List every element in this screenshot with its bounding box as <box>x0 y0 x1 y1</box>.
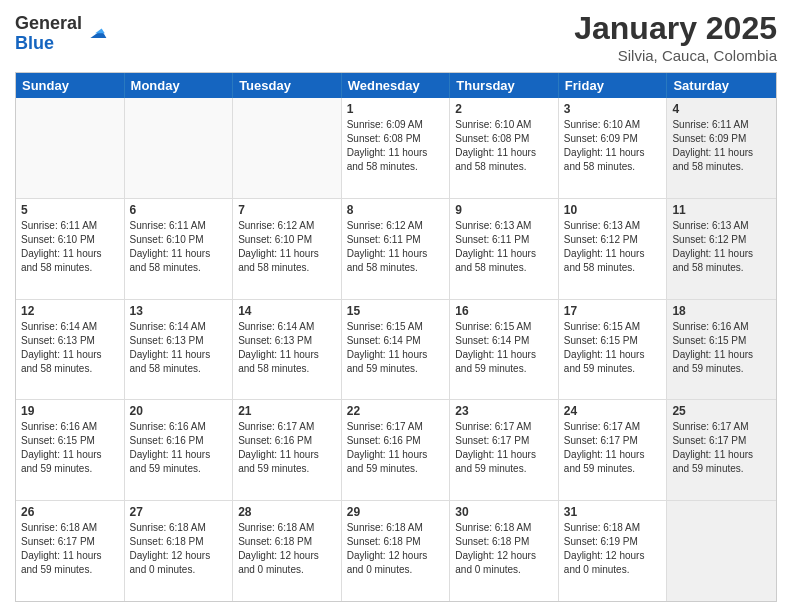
day-number: 9 <box>455 203 553 217</box>
day-info: Sunrise: 6:11 AM Sunset: 6:10 PM Dayligh… <box>21 219 119 275</box>
calendar-week-row: 12Sunrise: 6:14 AM Sunset: 6:13 PM Dayli… <box>16 299 776 400</box>
day-number: 11 <box>672 203 771 217</box>
calendar-cell: 20Sunrise: 6:16 AM Sunset: 6:16 PM Dayli… <box>125 400 234 500</box>
title-block: January 2025 Silvia, Cauca, Colombia <box>574 10 777 64</box>
day-info: Sunrise: 6:18 AM Sunset: 6:19 PM Dayligh… <box>564 521 662 577</box>
calendar-header-day: Saturday <box>667 73 776 98</box>
day-info: Sunrise: 6:16 AM Sunset: 6:15 PM Dayligh… <box>21 420 119 476</box>
calendar-cell: 12Sunrise: 6:14 AM Sunset: 6:13 PM Dayli… <box>16 300 125 400</box>
calendar-cell: 8Sunrise: 6:12 AM Sunset: 6:11 PM Daylig… <box>342 199 451 299</box>
day-number: 16 <box>455 304 553 318</box>
day-info: Sunrise: 6:13 AM Sunset: 6:12 PM Dayligh… <box>564 219 662 275</box>
calendar-cell: 30Sunrise: 6:18 AM Sunset: 6:18 PM Dayli… <box>450 501 559 601</box>
day-number: 13 <box>130 304 228 318</box>
calendar-cell: 26Sunrise: 6:18 AM Sunset: 6:17 PM Dayli… <box>16 501 125 601</box>
calendar-header-day: Friday <box>559 73 668 98</box>
calendar-header-day: Sunday <box>16 73 125 98</box>
calendar-header-day: Thursday <box>450 73 559 98</box>
logo: General Blue <box>15 14 108 54</box>
calendar-cell: 19Sunrise: 6:16 AM Sunset: 6:15 PM Dayli… <box>16 400 125 500</box>
calendar-body: 1Sunrise: 6:09 AM Sunset: 6:08 PM Daylig… <box>16 98 776 601</box>
calendar-cell <box>125 98 234 198</box>
day-info: Sunrise: 6:13 AM Sunset: 6:11 PM Dayligh… <box>455 219 553 275</box>
calendar-cell: 5Sunrise: 6:11 AM Sunset: 6:10 PM Daylig… <box>16 199 125 299</box>
calendar-header-day: Monday <box>125 73 234 98</box>
calendar-cell: 13Sunrise: 6:14 AM Sunset: 6:13 PM Dayli… <box>125 300 234 400</box>
day-info: Sunrise: 6:17 AM Sunset: 6:16 PM Dayligh… <box>347 420 445 476</box>
day-info: Sunrise: 6:10 AM Sunset: 6:09 PM Dayligh… <box>564 118 662 174</box>
day-number: 7 <box>238 203 336 217</box>
calendar-cell: 1Sunrise: 6:09 AM Sunset: 6:08 PM Daylig… <box>342 98 451 198</box>
calendar-cell: 2Sunrise: 6:10 AM Sunset: 6:08 PM Daylig… <box>450 98 559 198</box>
day-number: 21 <box>238 404 336 418</box>
day-info: Sunrise: 6:16 AM Sunset: 6:15 PM Dayligh… <box>672 320 771 376</box>
logo-text: General Blue <box>15 14 82 54</box>
day-info: Sunrise: 6:17 AM Sunset: 6:17 PM Dayligh… <box>564 420 662 476</box>
day-number: 14 <box>238 304 336 318</box>
calendar-cell: 17Sunrise: 6:15 AM Sunset: 6:15 PM Dayli… <box>559 300 668 400</box>
calendar-cell: 25Sunrise: 6:17 AM Sunset: 6:17 PM Dayli… <box>667 400 776 500</box>
logo-blue: Blue <box>15 34 82 54</box>
day-number: 25 <box>672 404 771 418</box>
calendar-cell: 29Sunrise: 6:18 AM Sunset: 6:18 PM Dayli… <box>342 501 451 601</box>
day-number: 8 <box>347 203 445 217</box>
calendar-cell: 6Sunrise: 6:11 AM Sunset: 6:10 PM Daylig… <box>125 199 234 299</box>
day-number: 20 <box>130 404 228 418</box>
calendar-cell: 15Sunrise: 6:15 AM Sunset: 6:14 PM Dayli… <box>342 300 451 400</box>
calendar-cell: 23Sunrise: 6:17 AM Sunset: 6:17 PM Dayli… <box>450 400 559 500</box>
day-info: Sunrise: 6:18 AM Sunset: 6:18 PM Dayligh… <box>347 521 445 577</box>
calendar-cell: 24Sunrise: 6:17 AM Sunset: 6:17 PM Dayli… <box>559 400 668 500</box>
day-number: 26 <box>21 505 119 519</box>
day-info: Sunrise: 6:13 AM Sunset: 6:12 PM Dayligh… <box>672 219 771 275</box>
day-info: Sunrise: 6:11 AM Sunset: 6:09 PM Dayligh… <box>672 118 771 174</box>
day-number: 19 <box>21 404 119 418</box>
calendar-cell: 3Sunrise: 6:10 AM Sunset: 6:09 PM Daylig… <box>559 98 668 198</box>
day-number: 1 <box>347 102 445 116</box>
month-title: January 2025 <box>574 10 777 47</box>
calendar-cell: 27Sunrise: 6:18 AM Sunset: 6:18 PM Dayli… <box>125 501 234 601</box>
logo-icon <box>84 22 108 46</box>
calendar-header-day: Wednesday <box>342 73 451 98</box>
calendar-cell: 14Sunrise: 6:14 AM Sunset: 6:13 PM Dayli… <box>233 300 342 400</box>
day-number: 23 <box>455 404 553 418</box>
calendar-cell: 31Sunrise: 6:18 AM Sunset: 6:19 PM Dayli… <box>559 501 668 601</box>
calendar-cell <box>233 98 342 198</box>
calendar: SundayMondayTuesdayWednesdayThursdayFrid… <box>15 72 777 602</box>
day-info: Sunrise: 6:18 AM Sunset: 6:18 PM Dayligh… <box>455 521 553 577</box>
day-info: Sunrise: 6:17 AM Sunset: 6:17 PM Dayligh… <box>455 420 553 476</box>
day-number: 22 <box>347 404 445 418</box>
day-info: Sunrise: 6:15 AM Sunset: 6:15 PM Dayligh… <box>564 320 662 376</box>
day-info: Sunrise: 6:18 AM Sunset: 6:17 PM Dayligh… <box>21 521 119 577</box>
day-number: 12 <box>21 304 119 318</box>
day-info: Sunrise: 6:09 AM Sunset: 6:08 PM Dayligh… <box>347 118 445 174</box>
calendar-header-day: Tuesday <box>233 73 342 98</box>
day-number: 18 <box>672 304 771 318</box>
calendar-week-row: 19Sunrise: 6:16 AM Sunset: 6:15 PM Dayli… <box>16 399 776 500</box>
calendar-cell <box>16 98 125 198</box>
header: General Blue January 2025 Silvia, Cauca,… <box>15 10 777 64</box>
day-number: 3 <box>564 102 662 116</box>
calendar-cell: 21Sunrise: 6:17 AM Sunset: 6:16 PM Dayli… <box>233 400 342 500</box>
day-info: Sunrise: 6:12 AM Sunset: 6:10 PM Dayligh… <box>238 219 336 275</box>
calendar-cell: 16Sunrise: 6:15 AM Sunset: 6:14 PM Dayli… <box>450 300 559 400</box>
day-info: Sunrise: 6:18 AM Sunset: 6:18 PM Dayligh… <box>238 521 336 577</box>
calendar-week-row: 1Sunrise: 6:09 AM Sunset: 6:08 PM Daylig… <box>16 98 776 198</box>
day-number: 24 <box>564 404 662 418</box>
day-info: Sunrise: 6:11 AM Sunset: 6:10 PM Dayligh… <box>130 219 228 275</box>
day-number: 28 <box>238 505 336 519</box>
day-info: Sunrise: 6:17 AM Sunset: 6:17 PM Dayligh… <box>672 420 771 476</box>
day-info: Sunrise: 6:18 AM Sunset: 6:18 PM Dayligh… <box>130 521 228 577</box>
calendar-cell <box>667 501 776 601</box>
svg-marker-1 <box>95 28 105 33</box>
subtitle: Silvia, Cauca, Colombia <box>574 47 777 64</box>
calendar-cell: 28Sunrise: 6:18 AM Sunset: 6:18 PM Dayli… <box>233 501 342 601</box>
calendar-cell: 9Sunrise: 6:13 AM Sunset: 6:11 PM Daylig… <box>450 199 559 299</box>
day-number: 31 <box>564 505 662 519</box>
calendar-week-row: 5Sunrise: 6:11 AM Sunset: 6:10 PM Daylig… <box>16 198 776 299</box>
day-number: 27 <box>130 505 228 519</box>
calendar-cell: 11Sunrise: 6:13 AM Sunset: 6:12 PM Dayli… <box>667 199 776 299</box>
calendar-cell: 7Sunrise: 6:12 AM Sunset: 6:10 PM Daylig… <box>233 199 342 299</box>
day-info: Sunrise: 6:10 AM Sunset: 6:08 PM Dayligh… <box>455 118 553 174</box>
calendar-cell: 10Sunrise: 6:13 AM Sunset: 6:12 PM Dayli… <box>559 199 668 299</box>
day-number: 2 <box>455 102 553 116</box>
